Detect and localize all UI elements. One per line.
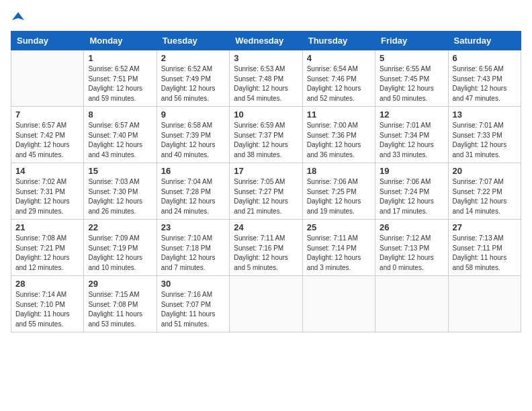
svg-marker-0: [12, 12, 24, 20]
calendar-cell: 30Sunrise: 7:16 AM Sunset: 7:07 PM Dayli…: [157, 276, 229, 332]
calendar-week-row: 28Sunrise: 7:14 AM Sunset: 7:10 PM Dayli…: [11, 276, 521, 332]
calendar-cell: 15Sunrise: 7:03 AM Sunset: 7:30 PM Dayli…: [84, 163, 157, 220]
day-info: Sunrise: 6:55 AM Sunset: 7:45 PM Dayligh…: [380, 64, 443, 103]
calendar-cell: 3Sunrise: 6:53 AM Sunset: 7:48 PM Daylig…: [230, 50, 302, 107]
weekday-header-friday: Friday: [375, 32, 448, 50]
day-info: Sunrise: 7:06 AM Sunset: 7:24 PM Dayligh…: [380, 177, 443, 216]
day-number: 3: [234, 53, 298, 63]
calendar-cell: 18Sunrise: 7:06 AM Sunset: 7:25 PM Dayli…: [302, 163, 375, 220]
day-info: Sunrise: 7:04 AM Sunset: 7:28 PM Dayligh…: [161, 177, 225, 216]
calendar-week-row: 21Sunrise: 7:08 AM Sunset: 7:21 PM Dayli…: [11, 220, 521, 276]
day-info: Sunrise: 7:01 AM Sunset: 7:33 PM Dayligh…: [453, 121, 517, 160]
day-number: 28: [15, 279, 79, 289]
day-number: 16: [161, 166, 225, 176]
day-info: Sunrise: 7:03 AM Sunset: 7:30 PM Dayligh…: [88, 177, 152, 216]
weekday-header-thursday: Thursday: [302, 32, 375, 50]
day-number: 23: [161, 222, 225, 232]
day-info: Sunrise: 7:16 AM Sunset: 7:07 PM Dayligh…: [161, 290, 225, 329]
calendar-cell: 8Sunrise: 6:57 AM Sunset: 7:40 PM Daylig…: [84, 107, 157, 163]
calendar-week-row: 7Sunrise: 6:57 AM Sunset: 7:42 PM Daylig…: [11, 107, 521, 163]
weekday-header-wednesday: Wednesday: [230, 32, 302, 50]
day-info: Sunrise: 7:09 AM Sunset: 7:19 PM Dayligh…: [88, 234, 152, 273]
calendar-cell: 7Sunrise: 6:57 AM Sunset: 7:42 PM Daylig…: [11, 107, 84, 163]
day-number: 15: [88, 166, 152, 176]
day-number: 25: [307, 222, 371, 232]
day-info: Sunrise: 6:59 AM Sunset: 7:37 PM Dayligh…: [234, 121, 298, 160]
calendar-cell: 12Sunrise: 7:01 AM Sunset: 7:34 PM Dayli…: [375, 107, 448, 163]
calendar-cell: 23Sunrise: 7:10 AM Sunset: 7:18 PM Dayli…: [157, 220, 229, 276]
calendar-cell: 14Sunrise: 7:02 AM Sunset: 7:31 PM Dayli…: [11, 163, 84, 220]
calendar-cell: 2Sunrise: 6:52 AM Sunset: 7:49 PM Daylig…: [157, 50, 229, 107]
day-info: Sunrise: 6:54 AM Sunset: 7:46 PM Dayligh…: [307, 64, 371, 103]
day-info: Sunrise: 7:13 AM Sunset: 7:11 PM Dayligh…: [453, 234, 517, 273]
calendar-cell: 21Sunrise: 7:08 AM Sunset: 7:21 PM Dayli…: [11, 220, 84, 276]
calendar-cell: 16Sunrise: 7:04 AM Sunset: 7:28 PM Dayli…: [157, 163, 229, 220]
calendar-cell: [11, 50, 84, 107]
calendar-cell: 27Sunrise: 7:13 AM Sunset: 7:11 PM Dayli…: [448, 220, 521, 276]
calendar-cell: 1Sunrise: 6:52 AM Sunset: 7:51 PM Daylig…: [84, 50, 157, 107]
day-number: 7: [15, 109, 79, 120]
day-number: 11: [307, 109, 371, 120]
calendar-cell: [302, 276, 375, 332]
day-number: 17: [234, 166, 298, 176]
calendar-cell: 19Sunrise: 7:06 AM Sunset: 7:24 PM Dayli…: [375, 163, 448, 220]
day-number: 21: [15, 222, 79, 232]
calendar-cell: [448, 276, 521, 332]
day-info: Sunrise: 7:07 AM Sunset: 7:22 PM Dayligh…: [453, 177, 517, 216]
calendar-week-row: 1Sunrise: 6:52 AM Sunset: 7:51 PM Daylig…: [11, 50, 521, 107]
day-number: 1: [88, 53, 152, 63]
day-info: Sunrise: 6:53 AM Sunset: 7:48 PM Dayligh…: [234, 64, 298, 103]
day-number: 19: [380, 166, 443, 176]
day-info: Sunrise: 7:01 AM Sunset: 7:34 PM Dayligh…: [380, 121, 443, 160]
day-info: Sunrise: 7:15 AM Sunset: 7:08 PM Dayligh…: [88, 290, 152, 329]
weekday-header-tuesday: Tuesday: [157, 32, 229, 50]
calendar-cell: 6Sunrise: 6:56 AM Sunset: 7:43 PM Daylig…: [448, 50, 521, 107]
day-number: 6: [453, 53, 517, 63]
day-info: Sunrise: 6:52 AM Sunset: 7:49 PM Dayligh…: [161, 64, 225, 103]
day-number: 12: [380, 109, 443, 120]
day-info: Sunrise: 7:14 AM Sunset: 7:10 PM Dayligh…: [15, 290, 79, 329]
weekday-header-saturday: Saturday: [448, 32, 521, 50]
day-number: 24: [234, 222, 298, 232]
calendar-week-row: 14Sunrise: 7:02 AM Sunset: 7:31 PM Dayli…: [11, 163, 521, 220]
calendar-cell: 11Sunrise: 7:00 AM Sunset: 7:36 PM Dayli…: [302, 107, 375, 163]
calendar-table: SundayMondayTuesdayWednesdayThursdayFrid…: [11, 31, 521, 332]
day-info: Sunrise: 6:57 AM Sunset: 7:42 PM Dayligh…: [15, 121, 79, 160]
day-number: 10: [234, 109, 298, 120]
day-number: 9: [161, 109, 225, 120]
page-header: [11, 11, 521, 23]
day-info: Sunrise: 6:58 AM Sunset: 7:39 PM Dayligh…: [161, 121, 225, 160]
calendar-cell: 9Sunrise: 6:58 AM Sunset: 7:39 PM Daylig…: [157, 107, 229, 163]
day-number: 4: [307, 53, 371, 63]
logo: [11, 11, 26, 23]
day-info: Sunrise: 7:05 AM Sunset: 7:27 PM Dayligh…: [234, 177, 298, 216]
calendar-cell: 26Sunrise: 7:12 AM Sunset: 7:13 PM Dayli…: [375, 220, 448, 276]
calendar-cell: 29Sunrise: 7:15 AM Sunset: 7:08 PM Dayli…: [84, 276, 157, 332]
day-number: 22: [88, 222, 152, 232]
calendar-cell: 5Sunrise: 6:55 AM Sunset: 7:45 PM Daylig…: [375, 50, 448, 107]
calendar-cell: [375, 276, 448, 332]
day-number: 5: [380, 53, 443, 63]
day-info: Sunrise: 7:11 AM Sunset: 7:16 PM Dayligh…: [234, 234, 298, 273]
logo-bird-icon: [12, 11, 24, 23]
day-number: 18: [307, 166, 371, 176]
calendar-header-row: SundayMondayTuesdayWednesdayThursdayFrid…: [11, 32, 521, 50]
day-info: Sunrise: 7:11 AM Sunset: 7:14 PM Dayligh…: [307, 234, 371, 273]
day-info: Sunrise: 7:12 AM Sunset: 7:13 PM Dayligh…: [380, 234, 443, 273]
day-info: Sunrise: 7:02 AM Sunset: 7:31 PM Dayligh…: [15, 177, 79, 216]
day-number: 2: [161, 53, 225, 63]
calendar-cell: 22Sunrise: 7:09 AM Sunset: 7:19 PM Dayli…: [84, 220, 157, 276]
calendar-cell: 25Sunrise: 7:11 AM Sunset: 7:14 PM Dayli…: [302, 220, 375, 276]
day-number: 8: [88, 109, 152, 120]
calendar-cell: 4Sunrise: 6:54 AM Sunset: 7:46 PM Daylig…: [302, 50, 375, 107]
day-number: 26: [380, 222, 443, 232]
day-info: Sunrise: 7:06 AM Sunset: 7:25 PM Dayligh…: [307, 177, 371, 216]
day-info: Sunrise: 6:57 AM Sunset: 7:40 PM Dayligh…: [88, 121, 152, 160]
day-info: Sunrise: 7:00 AM Sunset: 7:36 PM Dayligh…: [307, 121, 371, 160]
day-number: 27: [453, 222, 517, 232]
calendar-cell: 28Sunrise: 7:14 AM Sunset: 7:10 PM Dayli…: [11, 276, 84, 332]
calendar-cell: 24Sunrise: 7:11 AM Sunset: 7:16 PM Dayli…: [230, 220, 302, 276]
day-info: Sunrise: 6:56 AM Sunset: 7:43 PM Dayligh…: [453, 64, 517, 103]
weekday-header-sunday: Sunday: [11, 32, 84, 50]
day-info: Sunrise: 7:10 AM Sunset: 7:18 PM Dayligh…: [161, 234, 225, 273]
